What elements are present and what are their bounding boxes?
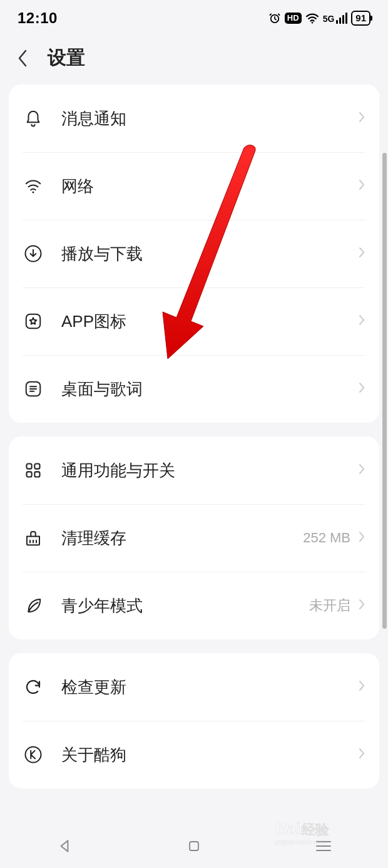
page-header: 设置 xyxy=(0,36,388,85)
status-icons: HD 5G 91 xyxy=(268,11,370,26)
signal-5g-icon: 5G xyxy=(323,13,348,24)
row-general-switches[interactable]: 通用功能与开关 xyxy=(9,437,379,504)
battery-level: 91 xyxy=(355,13,366,23)
scrollbar[interactable] xyxy=(382,153,387,629)
row-value: 252 MB xyxy=(303,530,350,546)
row-label: APP图标 xyxy=(61,311,358,333)
svg-rect-6 xyxy=(27,464,32,469)
nav-back-button[interactable] xyxy=(39,834,89,859)
status-time: 12:10 xyxy=(18,9,58,27)
svg-rect-4 xyxy=(26,314,41,329)
alarm-icon xyxy=(268,12,281,24)
svg-point-1 xyxy=(311,22,313,24)
row-label: 播放与下载 xyxy=(61,243,358,265)
signal-label: 5G xyxy=(323,14,335,24)
status-bar: 12:10 HD 5G 91 xyxy=(0,0,388,36)
row-network[interactable]: 网络 xyxy=(9,152,379,220)
broom-icon xyxy=(23,527,44,549)
chevron-right-icon xyxy=(358,178,365,194)
row-app-icon[interactable]: APP图标 xyxy=(9,287,379,355)
chevron-right-icon xyxy=(358,314,365,329)
row-notifications[interactable]: 消息通知 xyxy=(9,85,379,152)
row-label: 关于酷狗 xyxy=(61,744,358,766)
row-playback-download[interactable]: 播放与下载 xyxy=(9,220,379,287)
grid-icon xyxy=(23,460,44,481)
hd-badge-icon: HD xyxy=(285,13,302,24)
leaf-icon xyxy=(23,595,44,616)
chevron-right-icon xyxy=(358,747,365,762)
nav-recent-button[interactable] xyxy=(299,834,349,859)
chevron-right-icon xyxy=(358,246,365,261)
svg-point-2 xyxy=(33,192,34,194)
battery-icon: 91 xyxy=(351,11,370,26)
svg-point-10 xyxy=(26,747,41,763)
row-label: 检查更新 xyxy=(61,676,358,698)
row-label: 青少年模式 xyxy=(61,595,309,617)
row-label: 网络 xyxy=(61,175,358,197)
star-square-icon xyxy=(23,311,44,332)
list-square-icon xyxy=(23,378,44,400)
row-label: 桌面与歌词 xyxy=(61,378,358,400)
row-label: 消息通知 xyxy=(61,108,358,130)
bell-icon xyxy=(23,108,44,129)
chevron-right-icon xyxy=(358,530,365,545)
chevron-right-icon xyxy=(358,463,365,478)
row-check-update[interactable]: 检查更新 xyxy=(9,653,379,721)
chevron-right-icon xyxy=(358,381,365,396)
row-value: 未开启 xyxy=(309,596,350,615)
back-button[interactable] xyxy=(13,48,33,68)
svg-rect-7 xyxy=(34,464,39,469)
download-icon xyxy=(23,243,44,264)
system-navbar xyxy=(0,824,388,868)
k-circle-icon xyxy=(23,744,44,765)
row-about-kugou[interactable]: 关于酷狗 xyxy=(9,721,379,788)
row-label: 清理缓存 xyxy=(61,527,303,549)
chevron-right-icon xyxy=(358,111,365,126)
settings-group: 消息通知 网络 播放与下载 APP图标 xyxy=(9,85,379,423)
settings-content: 消息通知 网络 播放与下载 APP图标 xyxy=(0,85,388,788)
wifi-icon xyxy=(305,13,319,24)
settings-group: 检查更新 关于酷狗 xyxy=(9,653,379,788)
settings-group: 通用功能与开关 清理缓存 252 MB 青少年模式 未开启 xyxy=(9,437,379,639)
svg-rect-8 xyxy=(27,472,32,477)
row-desktop-lyrics[interactable]: 桌面与歌词 xyxy=(9,355,379,423)
nav-home-button[interactable] xyxy=(169,834,219,859)
chevron-right-icon xyxy=(358,598,365,613)
page-title: 设置 xyxy=(48,45,85,71)
row-label: 通用功能与开关 xyxy=(61,460,358,482)
refresh-icon xyxy=(23,676,44,698)
wifi-icon xyxy=(23,175,44,197)
svg-rect-9 xyxy=(34,472,39,477)
row-clear-cache[interactable]: 清理缓存 252 MB xyxy=(9,504,379,572)
chevron-right-icon xyxy=(358,679,365,695)
row-youth-mode[interactable]: 青少年模式 未开启 xyxy=(9,572,379,639)
svg-rect-11 xyxy=(190,842,198,850)
